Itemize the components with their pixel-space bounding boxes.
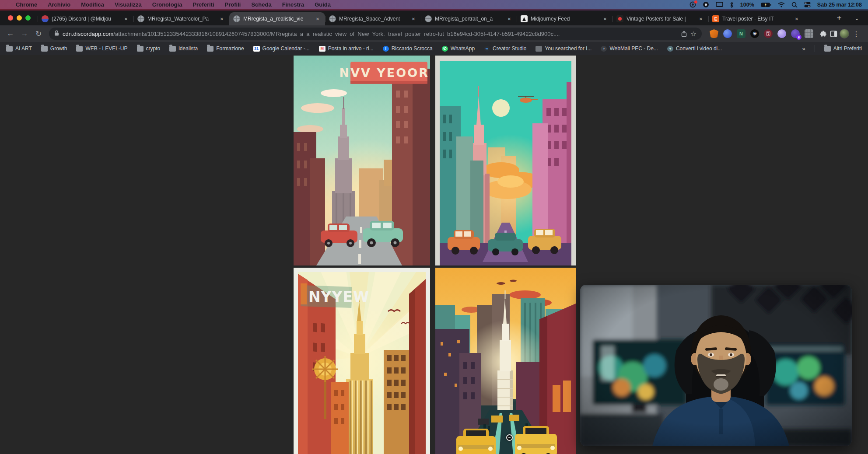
window-zoom-button[interactable] <box>25 15 31 21</box>
browser-tab[interactable]: MRregista_portrait_on_a <box>421 12 517 25</box>
tab-favicon <box>42 15 49 22</box>
tab-close-icon[interactable] <box>506 15 513 22</box>
menu-item[interactable]: Modifica <box>81 1 104 8</box>
bookmark-icon <box>536 46 542 52</box>
bookmark-label: Creator Studio <box>493 45 526 52</box>
bookmark-item[interactable]: f Riccardo Scrocca <box>383 45 433 52</box>
poster-caption: NYYEW <box>308 288 369 305</box>
midjourney-poster-grid-image[interactable]: NVV YEOORE <box>294 56 576 454</box>
menu-item[interactable]: Profili <box>225 1 241 8</box>
extension-icon[interactable] <box>764 29 773 38</box>
bookmark-item[interactable]: Growth <box>41 45 67 52</box>
back-button[interactable]: ← <box>4 28 17 40</box>
bookmark-item[interactable]: ✆ WhatsApp <box>442 45 475 52</box>
bookmark-item[interactable]: idealista <box>169 45 198 52</box>
bookmark-label: Converti i video di... <box>676 45 722 52</box>
forward-button[interactable]: → <box>18 28 31 40</box>
other-favorites-folder[interactable]: Altri Preferiti <box>824 45 862 52</box>
control-center-icon[interactable] <box>804 2 811 7</box>
battery-icon[interactable] <box>761 2 771 7</box>
screen-record-icon[interactable] <box>703 1 709 8</box>
tab-title: Travel poster - Etsy IT <box>722 16 790 22</box>
extension-icon[interactable] <box>723 29 732 38</box>
bookmarks-overflow-chevron[interactable]: » <box>802 45 805 52</box>
menu-clock[interactable]: Sab 25 mar 12:08 <box>817 2 862 8</box>
bookmark-item[interactable]: Formazione <box>207 45 244 52</box>
tab-list-chevron-icon[interactable]: ⌄ <box>846 15 868 21</box>
menu-item[interactable]: Scheda <box>251 1 271 8</box>
browser-tab[interactable]: MRregista_Watercolor_Pa <box>133 12 229 25</box>
extension-icon[interactable] <box>777 29 786 38</box>
bookmark-item[interactable]: You searched for I... <box>536 45 592 52</box>
new-tab-button[interactable]: + <box>833 12 846 24</box>
browser-tab[interactable]: Vintage Posters for Sale | <box>612 12 708 25</box>
browser-tab[interactable]: E Travel poster - Etsy IT <box>708 12 804 25</box>
poster-bottom-left: NYYEW <box>294 268 430 454</box>
bookmark-icon <box>207 46 214 52</box>
bookmark-item[interactable]: 31 Google Calendar -... <box>253 45 310 52</box>
menu-item[interactable]: Guida <box>315 1 331 8</box>
browser-tab[interactable]: (2765) Discord | @Midjou <box>38 12 133 25</box>
tab-close-icon[interactable] <box>793 15 800 22</box>
bookmark-item[interactable]: WEB - LEVEL-UP <box>76 45 127 52</box>
bookmark-icon <box>41 46 48 52</box>
share-icon[interactable] <box>681 31 687 37</box>
bookmark-icon: ✆ <box>442 46 448 52</box>
wifi-icon[interactable] <box>778 2 785 7</box>
tab-title: Midjourney Feed <box>531 16 598 22</box>
menu-item[interactable]: Preferiti <box>192 1 214 8</box>
bookmark-item[interactable]: ◗ WebMail PEC - De... <box>601 45 658 52</box>
tab-close-icon[interactable] <box>410 15 417 22</box>
tab-close-icon[interactable] <box>122 15 130 22</box>
tab-favicon: E <box>712 15 719 22</box>
menu-item[interactable]: Cronologia <box>152 1 182 8</box>
recording-status-icon[interactable] <box>690 1 696 8</box>
bookmark-item[interactable]: ▾ Converti i video di... <box>667 45 722 52</box>
red-dot-badge <box>694 0 697 3</box>
bookmark-item[interactable]: ∞ Creator Studio <box>484 45 526 52</box>
url-domain: cdn.discordapp.com <box>63 31 113 37</box>
display-icon[interactable] <box>716 2 723 7</box>
bookmark-label: AI ART <box>15 45 32 52</box>
extension-icon[interactable]: 6 <box>791 29 800 38</box>
reload-button[interactable]: ↻ <box>32 28 45 40</box>
tab-close-icon[interactable] <box>314 15 321 22</box>
lock-icon[interactable] <box>54 30 59 38</box>
extensions-puzzle-icon[interactable] <box>819 29 827 38</box>
extension-icon[interactable] <box>805 29 813 38</box>
extension-icon[interactable] <box>710 29 718 38</box>
menu-item[interactable]: Visualizza <box>115 1 142 8</box>
url-path: /attachments/1013512335442333816/1089142… <box>113 31 560 37</box>
browser-tab-strip: (2765) Discord | @Midjou MRregista_Water… <box>0 10 868 25</box>
tab-title: MRregista_Space_Advent <box>339 16 407 22</box>
bookmark-item[interactable]: M Posta in arrivo - ri... <box>319 45 374 52</box>
extension-icon[interactable]: ✳ <box>750 29 759 38</box>
bookmark-item[interactable]: crypto <box>137 45 161 52</box>
address-bar[interactable]: cdn.discordapp.com/attachments/101351233… <box>49 28 702 40</box>
bookmarks-bar: AI ART Growth WEB - LEVEL-UP crypto idea… <box>0 42 868 55</box>
bookmark-label: WebMail PEC - De... <box>609 45 658 52</box>
tab-favicon <box>137 15 144 22</box>
profile-avatar[interactable] <box>840 29 849 38</box>
tab-favicon <box>329 15 336 22</box>
tab-close-icon[interactable] <box>697 15 704 22</box>
tab-close-icon[interactable] <box>218 15 225 22</box>
bookmark-item[interactable]: AI ART <box>6 45 32 52</box>
extension-icon[interactable]: N <box>737 29 746 38</box>
sidebar-panel-icon[interactable] <box>829 29 838 38</box>
bookmark-star-icon[interactable]: ☆ <box>690 30 696 38</box>
browser-menu-icon[interactable]: ⋮ <box>851 30 864 38</box>
browser-tab[interactable]: Midjourney Feed <box>517 12 612 25</box>
bluetooth-icon[interactable] <box>730 2 734 8</box>
bookmark-icon: ∞ <box>484 46 490 52</box>
menu-item[interactable]: Chrome <box>16 1 37 8</box>
menu-item[interactable]: Finestra <box>282 1 304 8</box>
browser-tab[interactable]: MRregista_a_realistic_vie <box>229 12 325 25</box>
tab-close-icon[interactable] <box>602 15 609 22</box>
bookmark-label: WEB - LEVEL-UP <box>85 45 127 52</box>
menu-item[interactable]: Archivio <box>48 1 70 8</box>
window-minimize-button[interactable] <box>17 15 22 21</box>
spotlight-search-icon[interactable] <box>791 2 798 8</box>
browser-tab[interactable]: MRregista_Space_Advent <box>325 12 421 25</box>
window-close-button[interactable] <box>8 15 13 21</box>
